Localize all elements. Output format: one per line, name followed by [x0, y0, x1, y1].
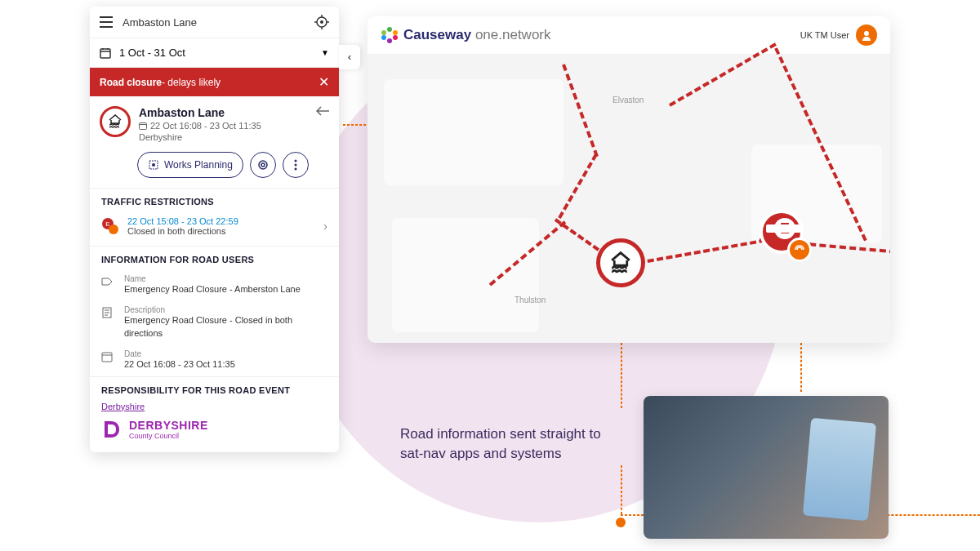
user-name: UK TM User: [800, 30, 849, 40]
svg-point-10: [294, 168, 296, 171]
info-date-label: Date: [124, 349, 327, 358]
detail-title: Ambaston Lane: [139, 106, 308, 119]
restriction-row[interactable]: E 22 Oct 15:08 - 23 Oct 22:59 Closed in …: [90, 211, 339, 246]
svg-point-1: [320, 20, 323, 24]
map-label-elvaston: Elvaston: [612, 96, 644, 104]
svg-point-12: [109, 224, 118, 234]
map-canvas[interactable]: Elvaston Thulston E: [368, 55, 890, 343]
detail-location: Derbyshire: [139, 132, 308, 142]
brand-suffix: network: [502, 27, 551, 42]
caption-text: Road information sent straight to sat-na…: [400, 424, 621, 464]
alert-banner: Road closure - delays likely ✕: [90, 68, 339, 96]
broadcast-icon: [787, 238, 812, 262]
works-planning-button[interactable]: Works Planning: [137, 152, 243, 178]
more-button[interactable]: [283, 152, 309, 178]
back-arrow-icon[interactable]: [316, 106, 329, 142]
chevron-down-icon: ▼: [321, 48, 329, 57]
svg-point-22: [864, 31, 869, 36]
council-name: DERBYSHIRE: [129, 419, 208, 432]
user-avatar-icon[interactable]: [856, 24, 877, 46]
svg-rect-2: [100, 49, 110, 58]
chevron-right-icon: ›: [323, 220, 327, 233]
target-button[interactable]: [250, 152, 276, 178]
svg-point-5: [152, 163, 155, 167]
sidebar-panel: Ambaston Lane 1 Oct - 31 Oct ▼ Road clos…: [90, 7, 339, 452]
calendar-icon: [100, 47, 111, 59]
document-icon: [101, 307, 116, 340]
date-range-selector[interactable]: 1 Oct - 31 Oct ▼: [90, 38, 339, 68]
calendar-icon: [139, 122, 147, 130]
brand-product: one.: [471, 27, 502, 42]
svg-point-7: [261, 163, 265, 167]
svg-point-18: [393, 35, 398, 40]
brand-logo: Causeway one.network: [381, 26, 551, 44]
responsibility-link[interactable]: Derbyshire: [90, 400, 339, 413]
info-name-value: Emergency Road Closure - Amberston Lane: [124, 283, 327, 295]
brand-name: Causeway: [403, 27, 471, 42]
svg-point-16: [387, 27, 392, 32]
collapse-sidebar-button[interactable]: ‹: [339, 45, 360, 69]
restriction-icon: E: [101, 217, 119, 235]
svg-point-9: [294, 164, 296, 167]
restrictions-heading: TRAFFIC RESTRICTIONS: [90, 188, 339, 211]
tag-icon: [101, 276, 116, 295]
map-panel: Causeway one.network UK TM User Elvaston…: [368, 16, 890, 343]
svg-point-19: [387, 38, 392, 43]
svg-point-17: [393, 30, 398, 35]
council-logo: DERBYSHIRE County Council: [90, 413, 339, 452]
search-input[interactable]: Ambaston Lane: [122, 16, 314, 29]
council-sub: County Council: [129, 432, 208, 440]
svg-point-21: [381, 30, 386, 35]
map-marker-flood[interactable]: [596, 238, 645, 287]
menu-icon[interactable]: [100, 16, 113, 28]
close-icon[interactable]: ✕: [318, 74, 329, 90]
info-date-value: 22 Oct 16:08 - 23 Oct 11:35: [124, 358, 327, 371]
alert-rest: - delays likely: [162, 77, 220, 88]
works-planning-label: Works Planning: [164, 159, 233, 171]
restriction-desc: Closed in both directions: [127, 226, 315, 236]
svg-rect-3: [140, 123, 147, 130]
responsibility-heading: RESPONSIBILITY FOR THIS ROAD EVENT: [90, 376, 339, 400]
info-desc-value: Emergency Road Closure - Closed in both …: [124, 314, 327, 340]
map-label-thulston: Thulston: [514, 295, 546, 304]
flood-icon: [100, 106, 131, 137]
calendar-icon: [101, 351, 116, 371]
detail-time: 22 Oct 16:08 - 23 Oct 11:35: [150, 121, 261, 131]
alert-bold: Road closure: [100, 77, 162, 88]
date-range-text: 1 Oct - 31 Oct: [119, 47, 185, 59]
svg-point-8: [294, 160, 296, 162]
satnav-photo: [644, 396, 889, 539]
map-marker-emergency[interactable]: E: [760, 210, 804, 254]
svg-point-6: [259, 161, 267, 169]
info-name-label: Name: [124, 274, 327, 283]
locate-icon[interactable]: [314, 15, 329, 29]
info-heading: INFORMATION FOR ROAD USERS: [90, 246, 339, 269]
info-desc-label: Description: [124, 305, 327, 314]
svg-point-20: [381, 35, 386, 40]
svg-text:E: E: [105, 220, 109, 228]
restriction-time: 22 Oct 15:08 - 23 Oct 22:59: [127, 216, 315, 226]
svg-rect-15: [102, 353, 112, 362]
